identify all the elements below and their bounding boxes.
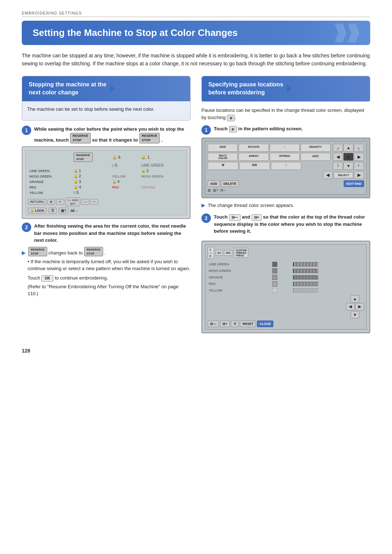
delete-btn[interactable]: DELETE — [221, 180, 239, 187]
machine-screen-inner: RESERVESTOP 🔒 6 🔒 1 □ 5 LIME GREEN LIME … — [25, 150, 187, 215]
dots-btn[interactable]: ⊟⊟ — [239, 162, 270, 170]
left-heading-line1: Stopping the machine at the — [29, 81, 106, 89]
page: EMBROIDERING SETTINGS Setting the Machin… — [0, 0, 392, 554]
thread-nav-left[interactable]: ◀ — [346, 303, 355, 310]
return-btn[interactable]: RETURN — [28, 199, 46, 205]
thread-nav: ▲ ◀ ▶ ▼ — [208, 295, 364, 318]
pattern-editing-screen: SIZE ROTATE ↕ DENSITY ┌ ▲ ┐ MULTICOLOR — [201, 138, 370, 198]
thread-nav-down[interactable]: ▼ — [351, 311, 359, 318]
right-section-header-wrap: Specifying pause locations before embroi… — [201, 76, 370, 102]
thread-nav-right[interactable]: ▶ — [355, 303, 364, 310]
left-header-arrow — [110, 85, 115, 92]
left-section-header-wrap: Stopping the machine at the next color c… — [22, 76, 191, 121]
nav-down[interactable]: ▼ — [343, 162, 354, 170]
intro-paragraph: The machine can be stopped at any time; … — [22, 52, 370, 68]
size-btn[interactable]: SIZE — [208, 144, 238, 152]
grid-btn[interactable]: ⊞ — [47, 199, 55, 205]
array-btn[interactable]: ARRAY — [238, 153, 269, 161]
reserve-stop-btn1[interactable]: RESERVESTOP — [70, 133, 91, 143]
thread-list: LIME GREEN MOSS GREEN ORANGE — [208, 261, 364, 294]
table-row: MOSS GREEN 🔒 2 YELLOW MOSS GREEN — [28, 174, 184, 179]
grid-status: ▤ — [208, 188, 211, 192]
left-section-body: The machine can be set to stop before se… — [22, 101, 190, 121]
right-step2-row: 2 Touch ⊟— and ⊟+ so that the color at t… — [201, 213, 370, 238]
thread-minus-btn[interactable]: ⊟— — [208, 321, 219, 327]
reserve-stop-active[interactable]: RESERVESTOP — [74, 152, 93, 162]
nav-up[interactable]: ▲ — [343, 144, 354, 152]
section-header: EMBROIDERING SETTINGS — [22, 11, 370, 17]
plus-btn[interactable]: + — [90, 199, 98, 205]
right-header-arrow — [287, 85, 292, 92]
minus-thread-btn[interactable]: ⊟— — [229, 214, 241, 221]
nav-corner-bl[interactable]: └ — [333, 162, 343, 170]
thread-moss-pattern — [292, 268, 364, 274]
table-row: ORANGE — [208, 274, 364, 281]
table-row: □ 5 LIME GREEN — [28, 163, 184, 168]
fwd-select-btn[interactable]: ▶ — [354, 171, 364, 179]
minus-btn[interactable]: — — [81, 199, 89, 205]
thread-plus-btn[interactable]: ⊟+ — [220, 321, 230, 327]
density-icon[interactable]: ↕ — [270, 144, 300, 152]
select-btn[interactable]: SELECT — [334, 172, 353, 178]
reserve-stop-ref1[interactable]: RESERVESTOP — [28, 247, 47, 256]
reserve-stop-ref2[interactable]: RESERVESTOP — [84, 247, 103, 256]
step2-touch: Touch OK to continue embroidering. — [28, 274, 191, 282]
density-btn[interactable]: DENSITY — [301, 144, 331, 152]
edit-end-btn[interactable]: EDIT·END — [344, 180, 364, 187]
nav-corner-tr[interactable]: ┐ — [354, 144, 364, 152]
right-arrow-bullet: ▶ — [201, 203, 205, 208]
left-section-header: Stopping the machine at the next color c… — [22, 76, 190, 101]
cut-btn[interactable]: ✂ — [56, 199, 64, 205]
thread-yellow: YELLOW — [208, 287, 271, 294]
status-btn[interactable]: ▤? — [59, 208, 69, 213]
table-row: RED 🔒 4 RED ORANGE — [28, 184, 184, 190]
grid2-btn[interactable]: ⊞ — [208, 162, 238, 170]
left-intro: The machine can be set to stop before se… — [27, 106, 185, 113]
thread-reset-btn[interactable]: RESET — [240, 321, 256, 327]
square-btn[interactable]: □ — [271, 162, 302, 170]
thread-lime-pattern — [292, 261, 364, 268]
left-step2-row: 2 After finishing sewing the area for th… — [22, 223, 191, 244]
nav-corner-tl[interactable]: ┌ — [333, 144, 343, 152]
thread-header: 1—5 64 300 CUSTOMTHREADTABLE — [208, 247, 364, 259]
thread-nav-up[interactable]: ▲ — [351, 295, 359, 302]
title-arrow-decoration — [335, 24, 359, 42]
add-btn[interactable]: ADD — [208, 180, 220, 187]
nav-right[interactable]: ▶ — [354, 153, 364, 161]
right-step2-circle: 2 — [201, 213, 211, 223]
nav-center[interactable]: ● — [343, 153, 354, 161]
step1-circle: 1 — [22, 126, 31, 135]
multi-color-btn[interactable]: MULTICOLOR — [208, 153, 238, 161]
thread-close-btn[interactable]: CLOSE — [257, 321, 273, 327]
fraction-display: 1—5 — [208, 247, 214, 259]
ok-btn[interactable]: OK — [41, 275, 53, 282]
thread-red-pattern — [292, 281, 364, 287]
thread-screen-inner: 1—5 64 300 CUSTOMTHREADTABLE LIME GREEN — [205, 244, 367, 330]
two-column-layout: Stopping the machine at the next color c… — [22, 76, 370, 337]
iiii-indicator: iiii→ — [71, 209, 78, 213]
thread-rotate-btn[interactable]: ↺ — [231, 321, 239, 327]
step2-refer: (Refer to "Resume Embroidering After Tur… — [28, 283, 191, 297]
iiii-status: iiii↔ — [220, 188, 226, 192]
thread-nav-arrows: ▲ ◀ ▶ ▼ — [346, 295, 364, 318]
spring-btn[interactable]: SPRING — [270, 153, 300, 161]
rotate-btn[interactable]: ROTATE — [238, 144, 269, 152]
table-row: YELLOW □ 5 — [28, 190, 184, 195]
nav-left[interactable]: ◀ — [333, 153, 343, 161]
thread-lime: LIME GREEN — [208, 261, 271, 268]
nav-corner-br[interactable]: ┘ — [354, 162, 364, 170]
reserve-stop-btn2[interactable]: RESERVESTOP — [139, 133, 160, 143]
lock-btn[interactable]: 🔒 LOCK — [28, 208, 46, 213]
speed-btn[interactable]: +/- 1000spm — [65, 197, 81, 206]
avc-btn[interactable]: AVC — [301, 153, 331, 161]
thread-orange-icon — [271, 274, 292, 281]
custom-thread-btn[interactable]: CUSTOMTHREADTABLE — [234, 248, 248, 258]
thread-moss: MOSS GREEN — [208, 268, 271, 274]
menu-btn[interactable]: ☰ — [49, 208, 57, 213]
plus-thread-btn[interactable]: ⊟+ — [252, 214, 262, 221]
back-select-btn[interactable]: ◀ — [323, 171, 333, 179]
step2-bullet1: • If the machine is temporarily turned o… — [28, 258, 191, 272]
machine-screen-left: RESERVESTOP 🔒 6 🔒 1 □ 5 LIME GREEN LIME … — [22, 146, 191, 219]
thread-lime-icon — [271, 261, 292, 268]
nav-bottom-row: └ ▼ ┘ — [333, 162, 364, 170]
